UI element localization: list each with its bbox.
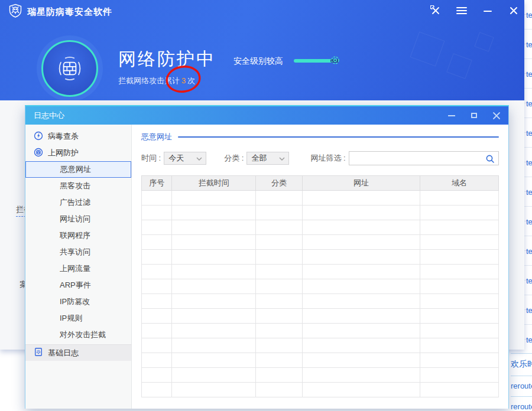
table-row <box>142 368 499 383</box>
hexagon-decoration <box>474 32 494 51</box>
dialog-titlebar[interactable]: 日志中心 <box>25 106 508 125</box>
blocked-attacks-text: 拦截网络攻击累计3次 <box>118 76 195 86</box>
table-row <box>142 279 499 294</box>
security-level-label: 安全级别较高 <box>233 56 283 67</box>
sidebar-group-label: 病毒查杀 <box>48 131 79 142</box>
base-log-icon <box>34 347 43 358</box>
table-row <box>142 265 499 279</box>
table-row <box>142 353 499 368</box>
url-filter-box <box>349 151 499 165</box>
main-banner: 瑞星防病毒安全软件 <box>0 0 524 100</box>
url-filter-input[interactable] <box>349 152 498 165</box>
scan-bolt-icon <box>34 131 43 142</box>
sidebar-item-上网流量[interactable]: 上网流量 <box>25 260 131 277</box>
url-filter-label: 网址筛选 : <box>310 153 345 164</box>
section-title: 恶意网址 <box>141 132 172 142</box>
background-link-fragment[interactable]: te <box>526 158 532 167</box>
table-header-域名[interactable]: 域名 <box>420 176 499 191</box>
dialog-sidebar: 病毒查杀上网防护恶意网址黑客攻击广告过滤网址访问联网程序共享访问上网流量ARP事… <box>25 125 132 409</box>
malicious-url-table: 序号拦截时间分类网址域名 <box>141 175 499 397</box>
table-header-分类[interactable]: 分类 <box>256 176 303 191</box>
dialog-close-icon[interactable] <box>492 111 501 120</box>
background-link-fragment[interactable]: te <box>526 217 532 226</box>
table-row <box>142 250 499 265</box>
settings-gear-icon[interactable] <box>330 55 340 68</box>
table-row <box>142 324 499 338</box>
background-link-fragment[interactable]: te <box>526 40 532 49</box>
sidebar-item-黑客攻击[interactable]: 黑客攻击 <box>25 178 131 194</box>
dialog-minimize-icon[interactable] <box>447 111 456 120</box>
chevron-down-icon <box>196 157 202 161</box>
category-dropdown-value: 全部 <box>251 154 267 162</box>
chevron-down-icon <box>279 157 285 161</box>
net-shield-icon <box>34 148 43 159</box>
close-icon[interactable] <box>508 5 520 17</box>
background-link-fragment[interactable]: te <box>526 306 532 315</box>
time-dropdown[interactable]: 今天 <box>164 152 206 165</box>
time-dropdown-value: 今天 <box>168 154 184 162</box>
protection-status-title: 网络防护中 <box>118 47 216 71</box>
table-row <box>142 206 499 220</box>
table-row <box>142 235 499 250</box>
time-filter-label: 时间 : <box>141 153 161 164</box>
blocked-suffix: 次 <box>187 76 195 85</box>
sidebar-item-广告过滤[interactable]: 广告过滤 <box>25 194 131 211</box>
table-row <box>142 309 499 324</box>
firewall-status-icon[interactable] <box>41 40 98 97</box>
table-header-拦截时间[interactable]: 拦截时间 <box>172 176 256 191</box>
table-row <box>142 220 499 235</box>
hexagon-decoration <box>446 53 472 79</box>
table-header-网址[interactable]: 网址 <box>302 176 420 191</box>
background-link-fragment[interactable]: te <box>526 99 532 108</box>
background-bottom-links: 欢乐时reroutereroute <box>508 350 532 411</box>
sidebar-item-IP防篡改[interactable]: IP防篡改 <box>25 293 131 310</box>
blocked-prefix: 拦截网络攻击累计 <box>118 76 180 85</box>
menu-icon[interactable] <box>456 5 468 17</box>
sidebar-item-网址访问[interactable]: 网址访问 <box>25 211 131 227</box>
sidebar-group-病毒查杀[interactable]: 病毒查杀 <box>25 128 131 145</box>
minimize-icon[interactable] <box>482 5 494 17</box>
sidebar-item-恶意网址[interactable]: 恶意网址 <box>25 161 131 178</box>
sidebar-item-联网程序[interactable]: 联网程序 <box>25 227 131 244</box>
sidebar-item-共享访问[interactable]: 共享访问 <box>25 244 131 260</box>
search-icon[interactable] <box>485 154 495 165</box>
sidebar-group-上网防护[interactable]: 上网防护 <box>25 145 131 161</box>
sidebar-group-基础日志[interactable]: 基础日志 <box>25 344 131 361</box>
sidebar-group-label: 上网防护 <box>48 148 79 158</box>
table-row <box>142 294 499 309</box>
table-row <box>142 338 499 353</box>
background-link-fragment[interactable]: te <box>526 70 532 79</box>
background-link[interactable]: 欢乐时 <box>511 353 532 370</box>
tools-icon[interactable] <box>430 5 442 17</box>
table-row <box>142 191 499 206</box>
app-title: 瑞星防病毒安全软件 <box>27 6 112 18</box>
blocked-count: 3 <box>180 76 187 85</box>
sidebar-item-IP规则[interactable]: IP规则 <box>25 310 131 327</box>
log-center-dialog: 日志中心 病毒查杀上网防护恶意网址黑客攻击广告过滤网址访问联网程序共享访问上网流… <box>25 105 509 409</box>
table-row <box>142 383 499 397</box>
category-dropdown[interactable]: 全部 <box>246 152 289 165</box>
lion-shield-logo <box>8 4 22 20</box>
dialog-content: 恶意网址 时间 : 今天 分类 : 全部 网址筛选 : <box>132 125 508 409</box>
security-level-slider[interactable] <box>294 59 333 63</box>
background-link-fragment[interactable]: te <box>526 11 532 19</box>
background-link-fragment[interactable]: te <box>526 129 532 138</box>
background-link[interactable]: reroute <box>511 396 532 411</box>
section-rule <box>178 136 499 138</box>
background-link-fragment[interactable]: te <box>526 188 532 197</box>
dialog-title: 日志中心 <box>34 110 64 121</box>
dialog-maximize-icon[interactable] <box>469 111 479 120</box>
background-link-fragment[interactable]: te <box>526 276 532 285</box>
background-link[interactable]: reroute <box>511 376 532 390</box>
background-link-fragment[interactable]: te <box>526 247 532 256</box>
table-header-序号[interactable]: 序号 <box>142 176 172 191</box>
background-link-fragment[interactable]: te <box>526 335 532 344</box>
sidebar-item-ARP事件[interactable]: ARP事件 <box>25 277 131 293</box>
hexagon-decoration <box>410 32 445 67</box>
sidebar-group-label: 基础日志 <box>48 348 79 358</box>
sidebar-item-对外攻击拦截[interactable]: 对外攻击拦截 <box>25 327 131 343</box>
category-filter-label: 分类 : <box>224 153 244 164</box>
